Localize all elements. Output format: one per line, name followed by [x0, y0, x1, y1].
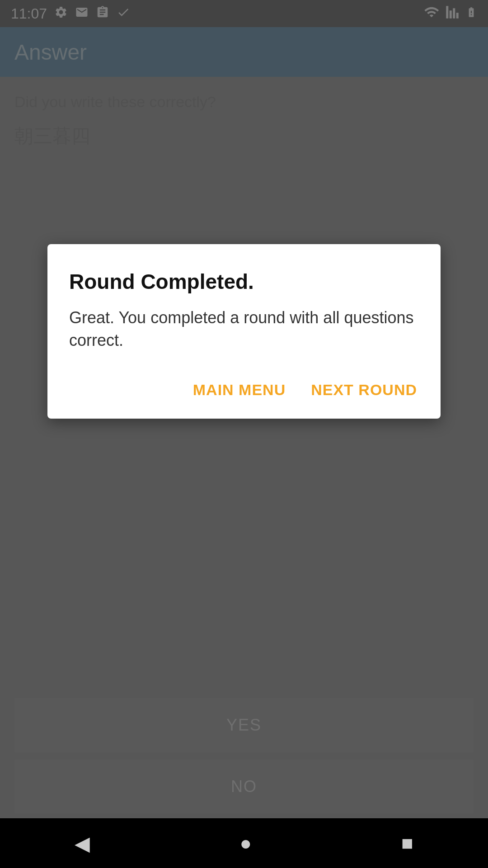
nav-bar: ◀ ● ■ — [0, 818, 488, 868]
next-round-button[interactable]: NEXT ROUND — [309, 377, 419, 402]
home-button[interactable]: ● — [239, 832, 252, 854]
main-menu-button[interactable]: MAIN MENU — [191, 377, 287, 402]
recent-apps-button[interactable]: ■ — [401, 832, 413, 854]
dialog-message: Great. You completed a round with all qu… — [69, 307, 419, 352]
dialog-actions: MAIN MENU NEXT ROUND — [69, 377, 419, 402]
dialog-title: Round Completed. — [69, 269, 419, 294]
modal-overlay: Round Completed. Great. You completed a … — [0, 0, 488, 868]
back-button[interactable]: ◀ — [75, 832, 90, 855]
round-completed-dialog: Round Completed. Great. You completed a … — [47, 244, 441, 419]
